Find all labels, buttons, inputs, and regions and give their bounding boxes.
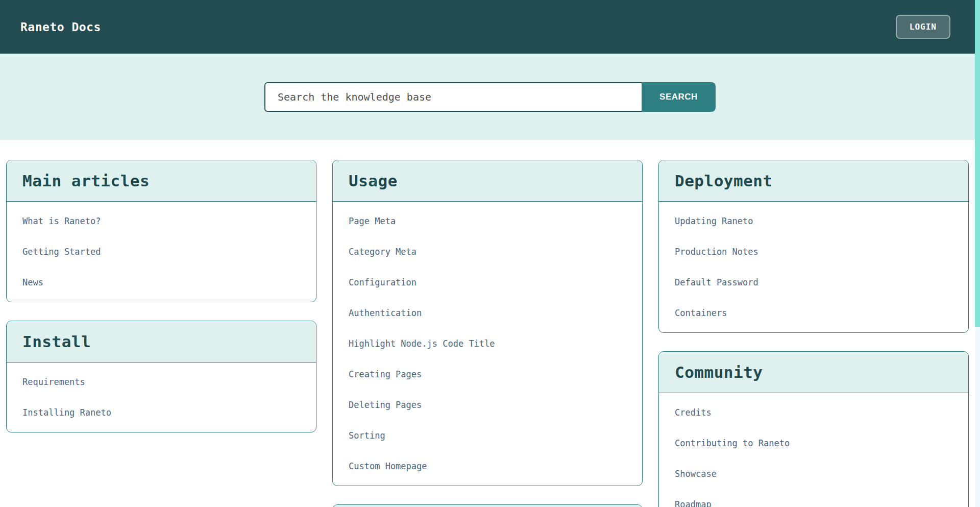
- scrollbar-track[interactable]: [975, 0, 980, 507]
- column-middle: UsagePage MetaCategory MetaConfiguration…: [332, 160, 643, 507]
- category-card-header: Main articles: [7, 160, 316, 202]
- column-left: Main articlesWhat is Raneto?Getting Star…: [6, 160, 316, 432]
- category-card-body: CreditsContributing to RanetoShowcaseRoa…: [659, 393, 968, 507]
- article-link[interactable]: Requirements: [7, 367, 316, 397]
- article-link[interactable]: Sorting: [333, 420, 642, 451]
- category-card-body: Page MetaCategory MetaConfigurationAuthe…: [333, 202, 642, 486]
- article-link[interactable]: Showcase: [659, 458, 968, 489]
- article-link[interactable]: Roadmap: [659, 489, 968, 507]
- article-link[interactable]: Production Notes: [659, 236, 968, 267]
- search-input[interactable]: [264, 82, 642, 112]
- category-card-body: RequirementsInstalling Raneto: [7, 363, 316, 432]
- partial-category-card: [332, 504, 643, 507]
- article-link[interactable]: Page Meta: [333, 206, 642, 236]
- column-right: DeploymentUpdating RanetoProduction Note…: [658, 160, 969, 507]
- category-card-header: Install: [7, 321, 316, 363]
- article-link[interactable]: Getting Started: [7, 236, 316, 267]
- category-title: Usage: [349, 171, 626, 190]
- category-title: Main articles: [22, 171, 300, 190]
- category-card: DeploymentUpdating RanetoProduction Note…: [658, 160, 969, 333]
- search-bar: SEARCH: [264, 82, 716, 112]
- category-card-header: [333, 505, 642, 507]
- article-link[interactable]: What is Raneto?: [7, 206, 316, 236]
- article-link[interactable]: Authentication: [333, 298, 642, 328]
- category-card-body: Updating RanetoProduction NotesDefault P…: [659, 202, 968, 332]
- category-card-header: Deployment: [659, 160, 968, 202]
- article-link[interactable]: Deleting Pages: [333, 390, 642, 420]
- article-link[interactable]: Credits: [659, 397, 968, 428]
- article-link[interactable]: Custom Homepage: [333, 451, 642, 481]
- article-link[interactable]: Creating Pages: [333, 359, 642, 390]
- article-link[interactable]: Installing Raneto: [7, 397, 316, 428]
- category-card-body: What is Raneto?Getting StartedNews: [7, 202, 316, 302]
- article-link[interactable]: Default Password: [659, 267, 968, 298]
- category-card: InstallRequirementsInstalling Raneto: [6, 321, 316, 432]
- search-button[interactable]: SEARCH: [642, 82, 716, 112]
- article-link[interactable]: Contributing to Raneto: [659, 428, 968, 458]
- article-link[interactable]: News: [7, 267, 316, 298]
- scrollbar-thumb[interactable]: [975, 0, 980, 327]
- category-card: CommunityCreditsContributing to RanetoSh…: [658, 351, 969, 507]
- login-button[interactable]: LOGIN: [896, 15, 950, 39]
- top-navbar: Raneto Docs LOGIN: [0, 0, 980, 54]
- category-card-header: Usage: [333, 160, 642, 202]
- article-link[interactable]: Updating Raneto: [659, 206, 968, 236]
- category-card: UsagePage MetaCategory MetaConfiguration…: [332, 160, 643, 486]
- category-card: Main articlesWhat is Raneto?Getting Star…: [6, 160, 316, 302]
- category-card-header: Community: [659, 352, 968, 393]
- category-title: Install: [22, 332, 300, 351]
- content-grid: Main articlesWhat is Raneto?Getting Star…: [0, 140, 975, 507]
- category-title: Community: [675, 363, 952, 382]
- article-link[interactable]: Category Meta: [333, 236, 642, 267]
- article-link[interactable]: Configuration: [333, 267, 642, 298]
- category-title: Deployment: [675, 171, 952, 190]
- article-link[interactable]: Containers: [659, 298, 968, 328]
- brand-title: Raneto Docs: [20, 20, 101, 34]
- article-link[interactable]: Highlight Node.js Code Title: [333, 328, 642, 359]
- search-hero: SEARCH: [0, 54, 980, 140]
